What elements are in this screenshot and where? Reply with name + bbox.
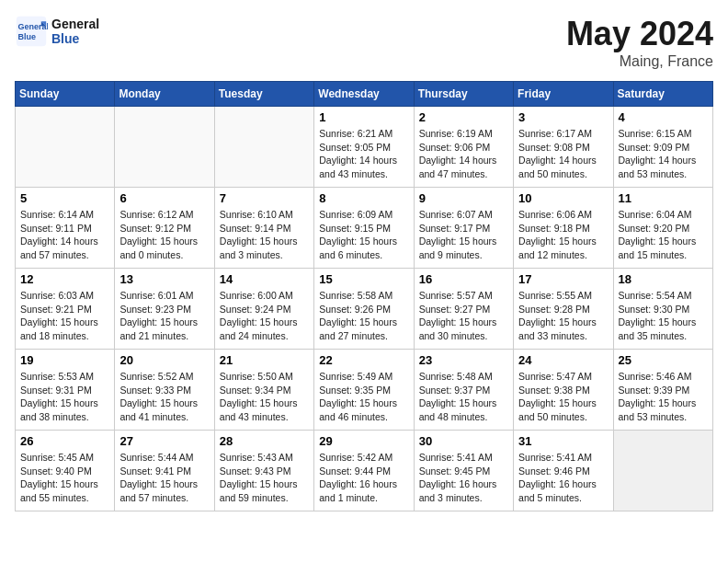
- day-number: 7: [220, 191, 309, 205]
- day-number: 13: [119, 272, 209, 286]
- calendar-cell: 13Sunrise: 6:01 AM Sunset: 9:23 PM Dayli…: [115, 269, 214, 350]
- day-info: Sunrise: 6:14 AM Sunset: 9:11 PM Dayligh…: [20, 208, 109, 262]
- day-number: 14: [220, 272, 309, 286]
- day-info: Sunrise: 6:19 AM Sunset: 9:06 PM Dayligh…: [419, 127, 508, 181]
- day-number: 30: [419, 434, 508, 448]
- day-number: 28: [220, 434, 309, 448]
- day-number: 29: [319, 434, 408, 448]
- day-info: Sunrise: 5:41 AM Sunset: 9:45 PM Dayligh…: [419, 451, 508, 505]
- weekday-header: Tuesday: [214, 82, 313, 107]
- day-info: Sunrise: 5:57 AM Sunset: 9:27 PM Dayligh…: [419, 289, 508, 343]
- day-info: Sunrise: 5:54 AM Sunset: 9:30 PM Dayligh…: [619, 289, 708, 343]
- page-header: General Blue General Blue May 2024 Maing…: [15, 15, 713, 70]
- calendar-cell: 3Sunrise: 6:17 AM Sunset: 9:08 PM Daylig…: [514, 107, 613, 188]
- day-number: 5: [20, 191, 109, 205]
- day-info: Sunrise: 6:09 AM Sunset: 9:15 PM Dayligh…: [319, 208, 408, 262]
- calendar-cell: 21Sunrise: 5:50 AM Sunset: 9:34 PM Dayli…: [214, 350, 313, 431]
- day-info: Sunrise: 5:55 AM Sunset: 9:28 PM Dayligh…: [518, 289, 608, 343]
- day-info: Sunrise: 6:01 AM Sunset: 9:23 PM Dayligh…: [119, 289, 209, 343]
- day-info: Sunrise: 6:00 AM Sunset: 9:24 PM Dayligh…: [220, 289, 309, 343]
- weekday-header: Friday: [514, 82, 613, 107]
- day-number: 2: [419, 110, 508, 124]
- day-info: Sunrise: 6:10 AM Sunset: 9:14 PM Dayligh…: [220, 208, 309, 262]
- day-info: Sunrise: 5:46 AM Sunset: 9:39 PM Dayligh…: [619, 370, 708, 424]
- calendar-cell: 17Sunrise: 5:55 AM Sunset: 9:28 PM Dayli…: [514, 269, 613, 350]
- day-number: 24: [518, 353, 608, 367]
- day-info: Sunrise: 5:50 AM Sunset: 9:34 PM Dayligh…: [220, 370, 309, 424]
- calendar-cell: 25Sunrise: 5:46 AM Sunset: 9:39 PM Dayli…: [613, 350, 712, 431]
- calendar-cell: 18Sunrise: 5:54 AM Sunset: 9:30 PM Dayli…: [613, 269, 712, 350]
- calendar-cell: 15Sunrise: 5:58 AM Sunset: 9:26 PM Dayli…: [314, 269, 414, 350]
- day-number: 4: [619, 110, 708, 124]
- weekday-header: Monday: [115, 82, 214, 107]
- day-info: Sunrise: 6:15 AM Sunset: 9:09 PM Dayligh…: [619, 127, 708, 181]
- calendar-cell: 5Sunrise: 6:14 AM Sunset: 9:11 PM Daylig…: [16, 188, 115, 269]
- calendar-cell: 27Sunrise: 5:44 AM Sunset: 9:41 PM Dayli…: [115, 431, 214, 511]
- day-number: 9: [419, 191, 508, 205]
- calendar-cell: 22Sunrise: 5:49 AM Sunset: 9:35 PM Dayli…: [314, 350, 414, 431]
- day-number: 10: [518, 191, 608, 205]
- day-info: Sunrise: 5:48 AM Sunset: 9:37 PM Dayligh…: [419, 370, 508, 424]
- day-number: 27: [119, 434, 209, 448]
- calendar-cell: [115, 107, 214, 188]
- calendar-cell: 30Sunrise: 5:41 AM Sunset: 9:45 PM Dayli…: [414, 431, 513, 511]
- calendar-cell: 11Sunrise: 6:04 AM Sunset: 9:20 PM Dayli…: [613, 188, 712, 269]
- day-info: Sunrise: 6:03 AM Sunset: 9:21 PM Dayligh…: [20, 289, 109, 343]
- day-number: 23: [419, 353, 508, 367]
- day-info: Sunrise: 5:52 AM Sunset: 9:33 PM Dayligh…: [119, 370, 209, 424]
- calendar-cell: 28Sunrise: 5:43 AM Sunset: 9:43 PM Dayli…: [214, 431, 313, 511]
- day-info: Sunrise: 6:21 AM Sunset: 9:05 PM Dayligh…: [319, 127, 408, 181]
- day-number: 22: [319, 353, 408, 367]
- day-info: Sunrise: 6:12 AM Sunset: 9:12 PM Dayligh…: [119, 208, 209, 262]
- calendar-cell: 6Sunrise: 6:12 AM Sunset: 9:12 PM Daylig…: [115, 188, 214, 269]
- day-info: Sunrise: 5:43 AM Sunset: 9:43 PM Dayligh…: [220, 451, 309, 505]
- calendar-cell: 31Sunrise: 5:41 AM Sunset: 9:46 PM Dayli…: [514, 431, 613, 511]
- day-number: 20: [119, 353, 209, 367]
- day-number: 1: [319, 110, 408, 124]
- calendar-cell: 24Sunrise: 5:47 AM Sunset: 9:38 PM Dayli…: [514, 350, 613, 431]
- calendar-cell: 20Sunrise: 5:52 AM Sunset: 9:33 PM Dayli…: [115, 350, 214, 431]
- day-info: Sunrise: 6:06 AM Sunset: 9:18 PM Dayligh…: [518, 208, 608, 262]
- calendar-cell: 4Sunrise: 6:15 AM Sunset: 9:09 PM Daylig…: [613, 107, 712, 188]
- calendar-cell: 1Sunrise: 6:21 AM Sunset: 9:05 PM Daylig…: [314, 107, 414, 188]
- day-info: Sunrise: 5:53 AM Sunset: 9:31 PM Dayligh…: [20, 370, 109, 424]
- calendar-cell: 2Sunrise: 6:19 AM Sunset: 9:06 PM Daylig…: [414, 107, 513, 188]
- day-number: 31: [518, 434, 608, 448]
- logo: General Blue General Blue: [15, 15, 99, 48]
- day-info: Sunrise: 5:47 AM Sunset: 9:38 PM Dayligh…: [518, 370, 608, 424]
- weekday-header: Saturday: [613, 82, 712, 107]
- weekday-header: Wednesday: [314, 82, 414, 107]
- title-block: May 2024 Maing, France: [566, 15, 713, 70]
- day-number: 3: [518, 110, 608, 124]
- day-info: Sunrise: 6:17 AM Sunset: 9:08 PM Dayligh…: [518, 127, 608, 181]
- calendar-cell: 16Sunrise: 5:57 AM Sunset: 9:27 PM Dayli…: [414, 269, 513, 350]
- day-number: 15: [319, 272, 408, 286]
- day-number: 19: [20, 353, 109, 367]
- weekday-header: Thursday: [414, 82, 513, 107]
- day-number: 11: [619, 191, 708, 205]
- day-number: 8: [319, 191, 408, 205]
- logo-text: General Blue: [51, 17, 99, 46]
- day-info: Sunrise: 5:42 AM Sunset: 9:44 PM Dayligh…: [319, 451, 408, 505]
- calendar-table: SundayMondayTuesdayWednesdayThursdayFrid…: [15, 81, 713, 511]
- weekday-header: Sunday: [16, 82, 115, 107]
- calendar-cell: 26Sunrise: 5:45 AM Sunset: 9:40 PM Dayli…: [16, 431, 115, 511]
- calendar-cell: [214, 107, 313, 188]
- day-number: 12: [20, 272, 109, 286]
- day-number: 16: [419, 272, 508, 286]
- calendar-cell: 9Sunrise: 6:07 AM Sunset: 9:17 PM Daylig…: [414, 188, 513, 269]
- calendar-cell: 19Sunrise: 5:53 AM Sunset: 9:31 PM Dayli…: [16, 350, 115, 431]
- day-info: Sunrise: 6:07 AM Sunset: 9:17 PM Dayligh…: [419, 208, 508, 262]
- day-info: Sunrise: 6:04 AM Sunset: 9:20 PM Dayligh…: [619, 208, 708, 262]
- calendar-cell: 29Sunrise: 5:42 AM Sunset: 9:44 PM Dayli…: [314, 431, 414, 511]
- calendar-cell: [613, 431, 712, 511]
- month-title: May 2024: [566, 15, 713, 53]
- day-info: Sunrise: 5:44 AM Sunset: 9:41 PM Dayligh…: [119, 451, 209, 505]
- day-number: 6: [119, 191, 209, 205]
- calendar-header: SundayMondayTuesdayWednesdayThursdayFrid…: [16, 82, 713, 107]
- calendar-cell: 10Sunrise: 6:06 AM Sunset: 9:18 PM Dayli…: [514, 188, 613, 269]
- svg-text:Blue: Blue: [18, 32, 37, 41]
- calendar-cell: 23Sunrise: 5:48 AM Sunset: 9:37 PM Dayli…: [414, 350, 513, 431]
- day-number: 21: [220, 353, 309, 367]
- day-info: Sunrise: 5:45 AM Sunset: 9:40 PM Dayligh…: [20, 451, 109, 505]
